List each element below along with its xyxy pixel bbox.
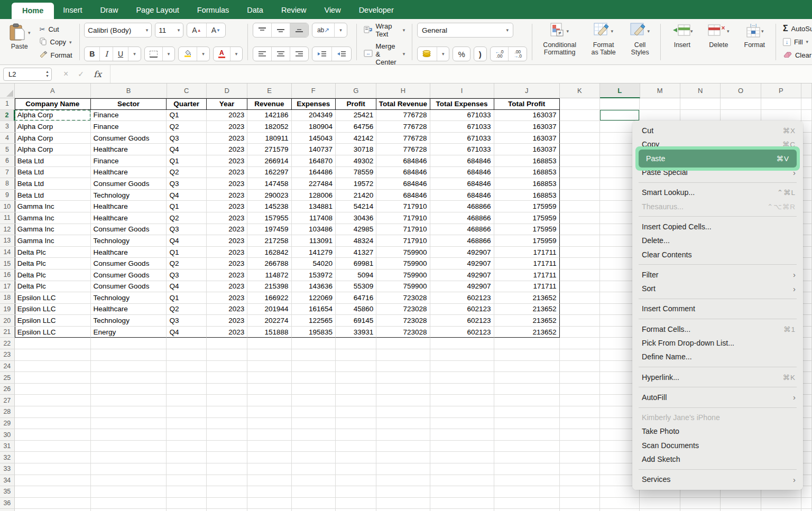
cell-H22[interactable] — [376, 338, 430, 349]
cell-G37[interactable] — [336, 509, 376, 511]
cell-J12[interactable]: 175959 — [494, 224, 560, 236]
column-header-L[interactable]: L — [600, 83, 640, 98]
cell-P2[interactable] — [761, 110, 801, 122]
cell-J25[interactable] — [494, 372, 560, 384]
cell-I24[interactable] — [430, 361, 494, 373]
cell-D27[interactable] — [207, 395, 247, 406]
cell-E2[interactable]: 142186 — [247, 110, 291, 122]
cell-J31[interactable] — [494, 441, 560, 452]
cell-G18[interactable]: 64716 — [336, 292, 376, 304]
cell-F30[interactable] — [292, 429, 336, 441]
cell-D35[interactable] — [207, 486, 247, 498]
cell-D12[interactable]: 2023 — [207, 224, 247, 236]
cell-G23[interactable] — [336, 349, 376, 361]
cell-G28[interactable] — [336, 406, 376, 418]
cell-L37[interactable] — [600, 509, 640, 511]
cell-J21[interactable]: 213652 — [494, 327, 560, 338]
font-name-select[interactable]: Calibri (Body) ▾ — [84, 23, 152, 38]
cell-H3[interactable]: 776728 — [376, 121, 430, 133]
cell-B33[interactable] — [91, 463, 167, 475]
row-header-6[interactable]: 6 — [0, 155, 15, 167]
cell-D17[interactable]: 2023 — [207, 281, 247, 293]
cell-G30[interactable] — [336, 429, 376, 441]
cell-A36[interactable] — [15, 498, 91, 509]
copy-button[interactable]: Copy ▾ — [38, 36, 75, 49]
cell-B31[interactable] — [91, 441, 167, 452]
cell-D7[interactable]: 2023 — [207, 167, 247, 179]
cell-O37[interactable] — [721, 509, 761, 511]
cell-G7[interactable]: 78559 — [336, 167, 376, 179]
cell-J33[interactable] — [494, 463, 560, 475]
cell-D21[interactable]: 2023 — [207, 327, 247, 338]
cell-Q16[interactable] — [801, 270, 812, 281]
cell-J24[interactable] — [494, 361, 560, 373]
cell-K15[interactable] — [560, 258, 600, 270]
autosum-button[interactable]: Σ AutoSum — [781, 23, 812, 34]
cell-I25[interactable] — [430, 372, 494, 384]
cell-H13[interactable]: 717910 — [376, 235, 430, 247]
context-menu-item-sort[interactable]: Sort› — [632, 282, 803, 295]
cell-C9[interactable]: Q4 — [167, 190, 206, 201]
cell-B26[interactable] — [91, 384, 167, 395]
column-header-G[interactable]: G — [336, 83, 376, 98]
cell-A37[interactable] — [15, 509, 91, 511]
cell-B18[interactable]: Technology — [91, 292, 167, 304]
cell-Q2[interactable] — [801, 110, 812, 122]
insert-cells-button[interactable]: ▾ Insert — [665, 22, 699, 50]
cell-H2[interactable]: 776728 — [376, 110, 430, 122]
cell-A10[interactable]: Gamma Inc — [15, 201, 91, 212]
fill-button[interactable]: ↓ Fill ▾ — [781, 36, 812, 48]
cell-C34[interactable] — [167, 475, 206, 487]
cell-E28[interactable] — [247, 406, 291, 418]
cell-C19[interactable]: Q2 — [167, 304, 206, 315]
cell-J8[interactable]: 168853 — [494, 178, 560, 190]
cell-C13[interactable]: Q4 — [167, 235, 206, 247]
cell-I35[interactable] — [430, 486, 494, 498]
cell-J22[interactable] — [494, 338, 560, 349]
cell-G11[interactable]: 30436 — [336, 212, 376, 224]
cell-E30[interactable] — [247, 429, 291, 441]
cell-D30[interactable] — [207, 429, 247, 441]
context-menu-item-autofill[interactable]: AutoFill› — [632, 391, 803, 404]
row-header-23[interactable]: 23 — [0, 349, 15, 361]
formula-input[interactable] — [110, 65, 812, 83]
increase-indent-button[interactable] — [332, 47, 351, 61]
cell-Q14[interactable] — [801, 247, 812, 258]
align-bottom-button[interactable] — [290, 23, 308, 37]
cell-F22[interactable] — [292, 338, 336, 349]
cell-J36[interactable] — [494, 498, 560, 509]
cell-B22[interactable] — [91, 338, 167, 349]
cell-H18[interactable]: 723028 — [376, 292, 430, 304]
cell-C12[interactable]: Q3 — [167, 224, 206, 236]
cell-K13[interactable] — [560, 235, 600, 247]
cell-Q22[interactable] — [801, 338, 812, 349]
cell-J16[interactable]: 171711 — [494, 270, 560, 281]
cell-B13[interactable]: Technology — [91, 235, 167, 247]
cell-K2[interactable] — [560, 110, 600, 122]
cell-K16[interactable] — [560, 270, 600, 281]
cell-H23[interactable] — [376, 349, 430, 361]
cell-K35[interactable] — [560, 486, 600, 498]
cell-G32[interactable] — [336, 452, 376, 463]
cell-J19[interactable]: 213652 — [494, 304, 560, 315]
cell-I14[interactable]: 492907 — [430, 247, 494, 258]
cell-C15[interactable]: Q2 — [167, 258, 206, 270]
row-header-4[interactable]: 4 — [0, 133, 15, 144]
align-center-button[interactable] — [272, 47, 290, 61]
cell-I6[interactable]: 684846 — [430, 155, 494, 167]
number-format-select[interactable]: General ▾ — [417, 23, 513, 38]
column-header-J[interactable]: J — [494, 83, 560, 98]
cell-E10[interactable]: 145238 — [247, 201, 291, 212]
format-cells-caret[interactable]: ▾ — [761, 29, 764, 34]
context-menu-item-filter[interactable]: Filter› — [632, 268, 803, 282]
cell-M36[interactable] — [640, 498, 680, 509]
column-header-N[interactable]: N — [680, 83, 721, 98]
paste-button[interactable]: ▾ Paste — [5, 22, 34, 62]
cell-Q3[interactable] — [801, 121, 812, 133]
cell-F21[interactable]: 195835 — [292, 327, 336, 338]
cell-D1[interactable]: Year — [207, 98, 247, 110]
cell-J27[interactable] — [494, 395, 560, 406]
decrease-indent-button[interactable] — [312, 47, 332, 61]
cell-I9[interactable]: 684846 — [430, 190, 494, 201]
cell-D13[interactable]: 2023 — [207, 235, 247, 247]
